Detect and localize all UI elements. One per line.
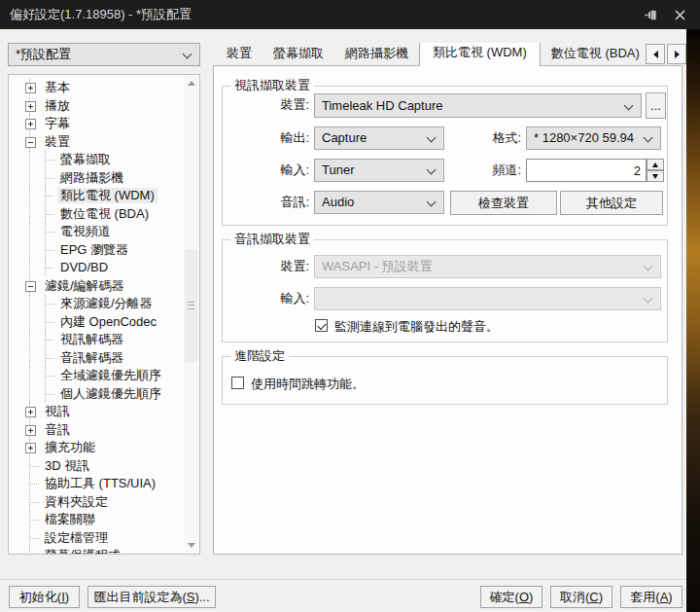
monitor-sound-label: 監測連線到電腦發出的聲音。 (334, 319, 499, 334)
scrollbar-thumb[interactable] (185, 249, 197, 362)
tree-guide-stub (46, 178, 54, 179)
monitor-sound-checkbox[interactable] (315, 319, 328, 332)
tree-item[interactable]: 檔案關聯 (11, 511, 184, 528)
tab-數位電視 (BDA)[interactable]: 數位電視 (BDA) (541, 43, 648, 66)
tree-item[interactable]: 擴充功能 (11, 439, 184, 456)
tree-item[interactable]: 類比電視 (WDM) (11, 187, 184, 204)
tree-item[interactable]: 濾鏡/編解碼器 (11, 277, 184, 295)
tree-guide-stub (30, 538, 39, 539)
tree-item-label: 濾鏡/編解碼器 (42, 278, 127, 294)
tree-item[interactable]: 個人濾鏡優先順序 (11, 385, 184, 403)
triangle-down-icon (188, 543, 195, 548)
tree-item[interactable]: 螢幕擷取 (11, 151, 184, 168)
scroll-up-button[interactable] (184, 76, 198, 90)
tree-item[interactable]: 視訊 (11, 403, 184, 420)
tree-item[interactable]: 來源濾鏡/分離器 (11, 295, 184, 312)
output-select[interactable]: Capture (314, 126, 444, 150)
tree-item[interactable]: 音訊解碼器 (11, 349, 184, 367)
collapse-icon[interactable] (25, 137, 36, 148)
tab-螢幕擷取[interactable]: 螢幕擷取 (262, 43, 334, 66)
input-select[interactable]: Tuner (314, 159, 444, 182)
tree-item[interactable]: 電視頻道 (11, 223, 184, 240)
tree-item-label: 基本 (42, 80, 73, 95)
tree-item-label: 設定檔管理 (42, 530, 111, 546)
video-device-select[interactable]: Timeleak HD Capture (314, 93, 642, 118)
tab-類比電視 (WDM)[interactable]: 類比電視 (WDM) (419, 43, 541, 66)
tree-item[interactable]: 設定檔管理 (11, 529, 184, 547)
tree-item-label: 類比電視 (WDM) (57, 188, 158, 203)
channel-input[interactable] (526, 159, 647, 182)
tree-item-label: 檔案關聯 (42, 512, 98, 527)
tab-裝置[interactable]: 裝置 (216, 43, 262, 66)
tree-item[interactable]: 全域濾鏡優先順序 (11, 367, 184, 384)
tree-item[interactable]: 字幕 (11, 115, 184, 132)
close-button[interactable] (671, 6, 688, 23)
tree-item[interactable]: 螢幕保護程式 (11, 547, 184, 554)
video-device-value: Timeleak HD Capture (322, 98, 443, 113)
tree-guide-stub (46, 250, 54, 251)
audio-device-value: WASAPI - 預設裝置 (322, 259, 433, 273)
export-settings-button[interactable]: 匯出目前設定為(S)... (88, 586, 216, 608)
cancel-button[interactable]: 取消(C) (550, 586, 612, 608)
tree-item[interactable]: 協助工具 (TTS/UIA) (11, 475, 184, 492)
tree-guide-line (29, 187, 30, 204)
init-button[interactable]: 初始化(I) (9, 586, 80, 608)
expand-icon[interactable] (25, 101, 36, 112)
other-settings-button-label: 其他設定 (586, 195, 637, 212)
chevron-down-icon (644, 133, 653, 143)
tree-scrollbar[interactable] (184, 76, 198, 553)
tree-item[interactable]: EPG 瀏覽器 (11, 241, 184, 259)
format-value: * 1280×720 59.94 (534, 130, 634, 145)
expand-icon[interactable] (25, 83, 36, 93)
pin-button[interactable] (642, 6, 659, 23)
tree-guide-line (29, 331, 30, 348)
tree-item-label: 裝置 (42, 134, 73, 150)
check-device-button[interactable]: 檢查裝置 (450, 191, 557, 215)
tree-item-label: 播放 (42, 98, 73, 114)
tree-item[interactable]: 基本 (11, 79, 184, 96)
channel-down-button[interactable] (647, 170, 664, 182)
triangle-left-icon (653, 51, 658, 58)
browse-device-button[interactable]: ... (646, 92, 666, 119)
collapse-icon[interactable] (25, 281, 36, 292)
tree-item[interactable]: 資料夾設定 (11, 493, 184, 511)
tree-guide-stub (30, 502, 39, 503)
time-jump-checkbox[interactable] (231, 377, 244, 389)
format-select[interactable]: * 1280×720 59.94 (526, 126, 661, 150)
tree-item[interactable]: 播放 (11, 97, 184, 115)
tree-item[interactable]: 數位電視 (BDA) (11, 205, 184, 223)
tree-item[interactable]: 3D 視訊 (11, 457, 184, 475)
audio-select[interactable]: Audio (314, 191, 444, 214)
channel-up-button[interactable] (647, 159, 664, 170)
apply-button[interactable]: 套用(A) (620, 586, 682, 608)
tree-item[interactable]: 裝置 (11, 133, 184, 151)
other-settings-button[interactable]: 其他設定 (560, 191, 663, 215)
tree-item[interactable]: 網路攝影機 (11, 169, 184, 187)
expand-icon[interactable] (25, 425, 36, 436)
preferences-dialog: 偏好設定(1.7.18958) - *預設配置 *預設配置 基本播放字幕裝置螢幕… (0, 0, 700, 612)
tree-rows: 基本播放字幕裝置螢幕擷取網路攝影機類比電視 (WDM)數位電視 (BDA)電視頻… (9, 75, 184, 554)
tree-item-label: 字幕 (42, 116, 73, 131)
tree-item-label: 內建 OpenCodec (57, 314, 159, 330)
tab-scroll-left-button[interactable] (646, 44, 665, 64)
expand-icon[interactable] (25, 443, 36, 453)
tab-網路攝影機[interactable]: 網路攝影機 (334, 43, 419, 66)
export-settings-button-label: 匯出目前設定為(S)... (93, 589, 209, 606)
tree-item[interactable]: DVD/BD (11, 259, 184, 276)
tree-item[interactable]: 內建 OpenCodec (11, 313, 184, 331)
expand-icon[interactable] (25, 119, 36, 129)
ok-button[interactable]: 確定(O) (480, 586, 542, 608)
window-title: 偏好設定(1.7.18958) - *預設配置 (10, 0, 192, 29)
scroll-down-button[interactable] (184, 538, 198, 553)
pin-icon (644, 8, 658, 22)
expand-icon[interactable] (25, 407, 36, 417)
chevron-down-icon (644, 294, 653, 304)
profile-select[interactable]: *預設配置 (8, 43, 200, 66)
tree-item[interactable]: 音訊 (11, 421, 184, 439)
chevron-down-icon (427, 133, 437, 143)
tree-item[interactable]: 視訊解碼器 (11, 331, 184, 348)
tree-item-label: 音訊解碼器 (57, 350, 126, 366)
tree-guide-stub (46, 376, 54, 377)
time-jump-label: 使用時間跳轉功能。 (251, 377, 365, 391)
tab-scroll-right-button[interactable] (667, 44, 686, 64)
